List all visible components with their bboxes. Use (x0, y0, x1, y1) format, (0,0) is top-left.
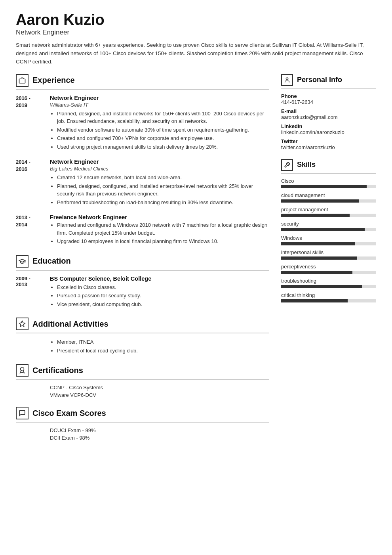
personal-info-icon (281, 74, 293, 86)
exp-bullet: Planned, designed, configured, and insta… (57, 182, 269, 198)
skill-item-1: cloud management (281, 192, 376, 203)
info-linkedin: LinkedIn linkedin.com/in/aaronzkuzio (281, 123, 376, 135)
skill-name-3: security (281, 221, 376, 227)
skill-bar-fill-4 (281, 242, 355, 245)
activities-title: Additional Activities (32, 320, 108, 329)
exp-bullet: Modified vendor software to automate 30%… (57, 126, 269, 134)
skill-item-2: project management (281, 207, 376, 217)
info-twitter: Twitter twitter.com/aaronzkuzio (281, 138, 376, 150)
personal-info-section: Personal Info Phone 414-617-2634 E-mail … (281, 74, 376, 150)
exp-dates-1: 2016 -2019 (16, 95, 44, 152)
info-twitter-label: Twitter (281, 138, 376, 144)
experience-section: Experience 2016 -2019 Network Engineer W… (16, 74, 269, 246)
certifications-title: Certifications (32, 366, 83, 375)
activities-section: Additional Activities Member, ITNEA Pres… (16, 318, 269, 355)
skill-item-5: interpersonal skills (281, 249, 376, 260)
candidate-title: Network Engineer (16, 29, 376, 36)
exp-company-2: Big Lakes Medical Clinics (50, 166, 269, 172)
exam-entry-1: DCUCI Exam - 99% (16, 427, 269, 433)
experience-title: Experience (32, 76, 75, 85)
cert-text-1: CCNP - Cisco Systems (50, 385, 103, 390)
edu-degree-1: BS Computer Science, Beloit College (50, 276, 269, 282)
skills-container: Cisco cloud management project managemen… (281, 178, 376, 302)
skills-header: Skills (281, 159, 376, 174)
cisco-scores-section: Cisco Exam Scores DCUCI Exam - 99% DCII … (16, 407, 269, 441)
exam-text-2: DCII Exam - 98% (50, 435, 89, 441)
skill-item-7: troubleshooting (281, 278, 376, 288)
main-layout: Experience 2016 -2019 Network Engineer W… (16, 74, 376, 450)
exam-text-1: DCUCI Exam - 99% (50, 427, 96, 433)
exp-company-1: Williams-Seile IT (50, 102, 269, 108)
exp-entry-3: 2013 -2014 Freelance Network Engineer Pl… (16, 214, 269, 246)
info-email-value: aaronzkuzio@gmail.com (281, 114, 376, 120)
exp-entry-2: 2014 -2016 Network Engineer Big Lakes Me… (16, 159, 269, 207)
edu-bullet: Excelled in Cisco classes. (57, 283, 269, 291)
skills-title: Skills (297, 161, 316, 169)
skill-bar-bg-7 (281, 285, 376, 288)
skill-bar-bg-6 (281, 271, 376, 274)
activities-icon (16, 318, 29, 330)
skill-name-2: project management (281, 207, 376, 212)
exp-bullets-2: Created 12 secure networks, both local a… (50, 174, 269, 206)
candidate-name: Aaron Kuzio (16, 12, 376, 29)
skill-bar-fill-5 (281, 256, 357, 260)
right-column: Personal Info Phone 414-617-2634 E-mail … (281, 74, 376, 450)
skill-item-0: Cisco (281, 178, 376, 188)
education-section: Education 2009 -2013 BS Computer Science… (16, 255, 269, 309)
skill-item-6: perceptiveness (281, 264, 376, 274)
skill-bar-bg-0 (281, 185, 376, 188)
cert-entry-2: VMware VCP6-DCV (16, 392, 269, 398)
exp-dates-2: 2014 -2016 (16, 159, 44, 207)
skill-bar-bg-8 (281, 299, 376, 302)
certifications-header: Certifications (16, 364, 269, 380)
exp-bullet: Created 12 secure networks, both local a… (57, 174, 269, 182)
svg-marker-2 (19, 321, 25, 327)
exp-title-3: Freelance Network Engineer (50, 214, 269, 220)
cisco-scores-title: Cisco Exam Scores (32, 409, 106, 418)
skill-bar-bg-2 (281, 214, 376, 217)
skill-name-1: cloud management (281, 192, 376, 198)
info-phone-label: Phone (281, 93, 376, 99)
education-title: Education (32, 256, 71, 266)
exp-entry-1: 2016 -2019 Network Engineer Williams-Sei… (16, 95, 269, 152)
skill-bar-bg-5 (281, 256, 376, 260)
skill-name-5: interpersonal skills (281, 249, 376, 255)
exp-bullet: Performed troubleshooting on load-balanc… (57, 199, 269, 207)
skill-bar-bg-1 (281, 199, 376, 203)
info-linkedin-value: linkedin.com/in/aaronzkuzio (281, 129, 376, 135)
exp-dates-3: 2013 -2014 (16, 214, 44, 246)
edu-bullet: Vice president, cloud computing club. (57, 300, 269, 308)
skill-item-8: critical thinking (281, 292, 376, 302)
exp-title-2: Network Engineer (50, 159, 269, 165)
skill-bar-fill-6 (281, 271, 352, 274)
cisco-scores-icon (16, 407, 29, 419)
exp-content-2: Network Engineer Big Lakes Medical Clini… (50, 159, 269, 207)
exam-entry-2: DCII Exam - 98% (16, 435, 269, 441)
certifications-section: Certifications CCNP - Cisco Systems VMwa… (16, 364, 269, 398)
svg-point-4 (286, 78, 288, 80)
edu-content-1: BS Computer Science, Beloit College Exce… (50, 276, 269, 309)
svg-rect-0 (19, 79, 25, 83)
info-email-label: E-mail (281, 108, 376, 114)
skill-name-6: perceptiveness (281, 264, 376, 270)
cert-text-2: VMware VCP6-DCV (50, 392, 96, 398)
cisco-scores-header: Cisco Exam Scores (16, 407, 269, 423)
exp-bullet: Created and configured 700+ VPNs for cor… (57, 134, 269, 142)
experience-icon (16, 74, 29, 87)
exp-bullets-3: Planned and configured a Windows 2010 ne… (50, 221, 269, 245)
activities-entry: Member, ITNEA President of local road cy… (16, 338, 269, 355)
info-phone: Phone 414-617-2634 (281, 93, 376, 105)
cert-entry-1: CCNP - Cisco Systems (16, 385, 269, 390)
edu-bullet: Pursued a passion for security study. (57, 292, 269, 300)
activities-header: Additional Activities (16, 318, 269, 333)
skill-bar-bg-4 (281, 242, 376, 245)
skill-name-0: Cisco (281, 178, 376, 184)
skill-item-4: Windows (281, 235, 376, 245)
personal-info-title: Personal Info (297, 76, 342, 84)
activities-bullets: Member, ITNEA President of local road cy… (50, 338, 138, 355)
exp-bullet: Planned, designed, and installed network… (57, 110, 269, 125)
personal-info-header: Personal Info (281, 74, 376, 89)
exp-content-3: Freelance Network Engineer Planned and c… (50, 214, 269, 246)
exp-bullet: Planned and configured a Windows 2010 ne… (57, 221, 269, 237)
skills-section: Skills Cisco cloud management project ma… (281, 159, 376, 302)
